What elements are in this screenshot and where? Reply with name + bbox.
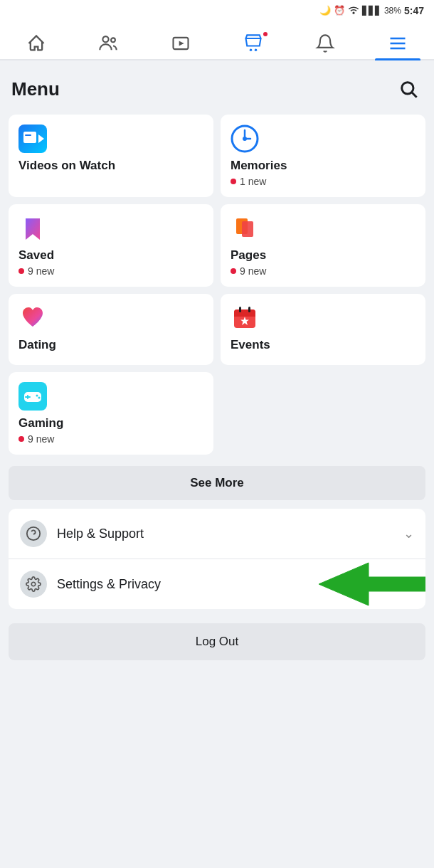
marketplace-icon bbox=[243, 33, 263, 53]
marketplace-badge bbox=[262, 31, 269, 38]
svg-point-31 bbox=[36, 395, 38, 397]
dating-title: Dating bbox=[18, 338, 203, 352]
menu-card-events[interactable]: Events bbox=[221, 294, 425, 365]
svg-point-35 bbox=[31, 582, 36, 586]
menu-grid: Videos on Watch Memories 1 new bbox=[9, 115, 425, 455]
svg-marker-36 bbox=[319, 563, 425, 605]
pages-title: Pages bbox=[231, 248, 416, 263]
friends-icon bbox=[98, 33, 118, 53]
svg-point-1 bbox=[112, 38, 116, 42]
menu-card-memories[interactable]: Memories 1 new bbox=[221, 115, 425, 197]
svg-line-10 bbox=[412, 92, 416, 97]
menu-card-saved[interactable]: Saved 9 new bbox=[9, 204, 213, 287]
nav-bar bbox=[0, 21, 434, 60]
nav-notifications[interactable] bbox=[302, 28, 348, 59]
see-more-button[interactable]: See More bbox=[9, 466, 425, 500]
svg-rect-24 bbox=[239, 307, 241, 312]
dating-icon bbox=[18, 304, 47, 332]
saved-title: Saved bbox=[18, 248, 203, 263]
nav-watch[interactable] bbox=[158, 28, 203, 59]
events-icon bbox=[231, 304, 259, 332]
pages-icon bbox=[231, 214, 259, 243]
signal-icon: ▋▋▋ bbox=[362, 6, 381, 16]
status-icons: 🌙 ⏰ ▋▋▋ 38% 5:47 bbox=[319, 4, 424, 16]
videos-title: Videos on Watch bbox=[18, 159, 203, 173]
phone-icon: 🌙 bbox=[319, 5, 331, 16]
nav-menu[interactable] bbox=[375, 28, 420, 59]
menu-card-dating[interactable]: Dating bbox=[9, 294, 213, 365]
wifi-icon bbox=[348, 4, 359, 16]
memories-badge-dot bbox=[231, 179, 236, 184]
svg-rect-30 bbox=[25, 396, 31, 398]
list-item-settings[interactable]: Settings & Privacy bbox=[9, 559, 425, 609]
menu-card-videos[interactable]: Videos on Watch bbox=[9, 115, 213, 197]
alarm-icon: ⏰ bbox=[334, 5, 345, 16]
svg-rect-25 bbox=[248, 307, 250, 312]
help-icon bbox=[20, 520, 47, 547]
time-display: 5:47 bbox=[404, 5, 424, 16]
svg-point-0 bbox=[103, 36, 109, 42]
menu-title: Menu bbox=[11, 78, 60, 100]
videos-icon bbox=[18, 125, 47, 153]
svg-rect-12 bbox=[23, 132, 36, 143]
memories-badge: 1 new bbox=[231, 176, 416, 187]
search-button[interactable] bbox=[394, 75, 423, 103]
gaming-badge: 9 new bbox=[18, 433, 203, 445]
logout-button[interactable]: Log Out bbox=[9, 623, 425, 660]
pages-badge: 9 new bbox=[231, 265, 416, 277]
help-label: Help & Support bbox=[57, 526, 403, 541]
list-item-help[interactable]: Help & Support ⌄ bbox=[9, 509, 425, 559]
svg-point-5 bbox=[255, 49, 258, 52]
menu-list: Help & Support ⌄ Settings & Privacy bbox=[9, 509, 425, 609]
memories-title: Memories bbox=[231, 159, 416, 173]
svg-rect-20 bbox=[242, 221, 253, 237]
menu-card-pages[interactable]: Pages 9 new bbox=[221, 204, 425, 287]
saved-badge-dot bbox=[18, 268, 24, 274]
svg-rect-14 bbox=[25, 134, 31, 136]
gaming-icon bbox=[18, 382, 47, 411]
svg-point-9 bbox=[402, 83, 413, 94]
watch-icon bbox=[171, 33, 191, 53]
green-arrow-annotation bbox=[319, 559, 425, 609]
nav-marketplace[interactable] bbox=[231, 28, 276, 59]
menu-icon bbox=[388, 33, 408, 53]
svg-rect-23 bbox=[234, 314, 255, 317]
settings-icon bbox=[20, 571, 47, 598]
nav-friends[interactable] bbox=[85, 28, 131, 59]
svg-marker-3 bbox=[179, 41, 184, 46]
menu-header: Menu bbox=[9, 72, 425, 115]
saved-icon bbox=[18, 214, 47, 243]
home-icon bbox=[26, 33, 46, 53]
gaming-badge-dot bbox=[18, 436, 24, 442]
saved-badge: 9 new bbox=[18, 265, 203, 277]
svg-point-32 bbox=[38, 397, 41, 399]
bell-icon bbox=[315, 33, 335, 53]
memories-icon bbox=[231, 125, 259, 153]
gaming-title: Gaming bbox=[18, 416, 203, 430]
pages-badge-dot bbox=[231, 268, 236, 274]
status-bar: 🌙 ⏰ ▋▋▋ 38% 5:47 bbox=[0, 0, 434, 21]
nav-home[interactable] bbox=[14, 28, 59, 59]
events-title: Events bbox=[231, 338, 416, 352]
battery-icon: 38% bbox=[384, 6, 401, 16]
menu-card-gaming[interactable]: Gaming 9 new bbox=[9, 372, 213, 455]
chevron-down-icon: ⌄ bbox=[403, 526, 414, 541]
main-content: Menu Videos on Watch bbox=[0, 60, 434, 672]
svg-point-4 bbox=[250, 49, 253, 52]
